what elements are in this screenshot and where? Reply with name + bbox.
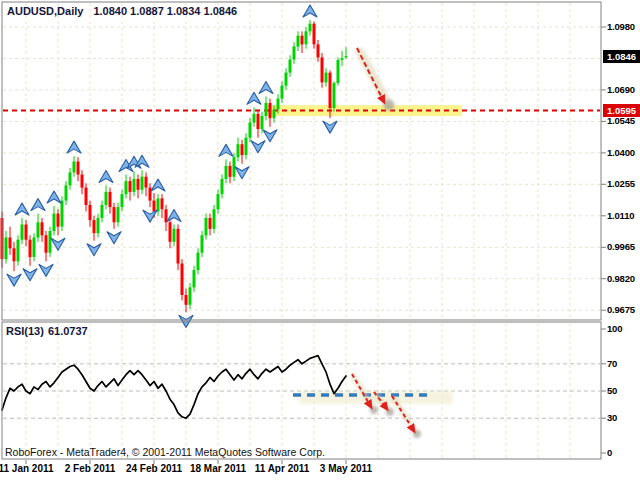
candle-body bbox=[149, 188, 152, 201]
fractal-up-icon bbox=[259, 81, 273, 93]
fractal-up-icon bbox=[247, 92, 261, 104]
candle-body bbox=[229, 166, 232, 177]
chart-canvas bbox=[0, 0, 640, 480]
fractal-down-icon bbox=[323, 121, 337, 133]
rsi-indicator-label: RSI(13)61.0737 bbox=[6, 325, 88, 337]
fractal-down-icon bbox=[39, 264, 53, 276]
candle-body bbox=[269, 103, 272, 118]
candle-body bbox=[37, 222, 40, 237]
candle-body bbox=[17, 240, 20, 262]
current-price-badge: 1.0846 bbox=[603, 50, 640, 63]
candle-body bbox=[157, 198, 160, 211]
candle-body bbox=[69, 172, 72, 185]
candle-body bbox=[265, 103, 268, 116]
fractal-down-icon bbox=[87, 244, 101, 256]
candle-body bbox=[193, 270, 196, 287]
rsi-arrow-shadow bbox=[386, 408, 394, 416]
candle-body bbox=[109, 192, 112, 207]
fractal-up-icon bbox=[303, 5, 317, 17]
price-axis-label: 0.9820 bbox=[607, 273, 635, 284]
date-axis-label: 11 Jan 2011 bbox=[0, 463, 61, 474]
candle-body bbox=[41, 222, 44, 235]
candle-body bbox=[113, 207, 116, 222]
candle-body bbox=[77, 162, 80, 175]
candle-body bbox=[185, 295, 188, 305]
candle-body bbox=[333, 83, 336, 108]
trend-arrow-glow bbox=[360, 52, 389, 106]
candle-body bbox=[249, 123, 252, 138]
candle-body bbox=[49, 231, 52, 253]
candle-body bbox=[297, 36, 300, 47]
candle-body bbox=[33, 238, 36, 258]
candle-body bbox=[5, 238, 8, 260]
symbol-period-label: AUDUSD,Daily bbox=[7, 5, 83, 17]
fractal-down-icon bbox=[235, 167, 249, 179]
candle-body bbox=[81, 175, 84, 188]
ohlc-values: 1.0840 1.0887 1.0834 1.0846 bbox=[93, 5, 237, 17]
candle-body bbox=[337, 60, 340, 83]
fractal-up-icon bbox=[219, 144, 233, 156]
rsi-axis-label: 70 bbox=[607, 358, 617, 369]
fractal-up-icon bbox=[67, 141, 81, 153]
rsi-value: 61.0737 bbox=[48, 325, 88, 337]
candle-body bbox=[13, 248, 16, 261]
fractal-up-icon bbox=[31, 199, 45, 211]
trend-arrow-shadow bbox=[384, 100, 395, 111]
candle-body bbox=[137, 179, 140, 190]
candle-body bbox=[161, 198, 164, 209]
copyright-text: RoboForex - MetaTrader4, © 2001-2011 Met… bbox=[5, 446, 325, 458]
date-axis-label: 24 Feb 2011 bbox=[119, 463, 189, 474]
candle-body bbox=[25, 225, 28, 240]
candle-body bbox=[201, 235, 204, 252]
candle-body bbox=[169, 222, 172, 242]
candle-body bbox=[277, 99, 280, 110]
candle-body bbox=[93, 220, 96, 233]
candle-body bbox=[329, 73, 332, 108]
candle-body bbox=[61, 201, 64, 227]
candle-body bbox=[313, 24, 316, 45]
candle-body bbox=[281, 86, 284, 99]
fractal-up-icon bbox=[99, 170, 113, 182]
candle-body bbox=[65, 185, 68, 200]
price-axis-label: 1.0690 bbox=[607, 84, 635, 95]
price-axis-label: 0.9675 bbox=[607, 304, 635, 315]
chart-title: AUDUSD,Daily1.0840 1.0887 1.0834 1.0846 bbox=[7, 5, 237, 17]
candle-body bbox=[225, 166, 228, 179]
candlestick-series bbox=[1, 20, 348, 312]
fractal-up-icon bbox=[47, 191, 61, 203]
candle-body bbox=[241, 144, 244, 155]
fractal-up-icon bbox=[15, 203, 29, 215]
candle-body bbox=[345, 56, 348, 57]
candle-body bbox=[85, 188, 88, 205]
date-axis-label: 18 Mar 2011 bbox=[183, 463, 253, 474]
mt4-chart-window: AUDUSD,Daily1.0840 1.0887 1.0834 1.0846 … bbox=[0, 0, 640, 480]
candle-body bbox=[153, 201, 156, 212]
candle-body bbox=[217, 194, 220, 209]
candle-body bbox=[205, 218, 208, 235]
candle-body bbox=[189, 287, 192, 304]
candle-body bbox=[89, 205, 92, 220]
rsi-axis-label: 0 bbox=[607, 447, 612, 458]
candle-body bbox=[273, 110, 276, 119]
date-axis-label: 3 May 2011 bbox=[311, 463, 381, 474]
candle-body bbox=[45, 235, 48, 252]
candle-body bbox=[133, 179, 136, 192]
candle-body bbox=[181, 264, 184, 296]
candle-body bbox=[317, 44, 320, 57]
candle-body bbox=[173, 229, 176, 242]
rsi-arrow-shadow bbox=[413, 430, 421, 438]
fractal-down-icon bbox=[7, 274, 21, 286]
candle-body bbox=[57, 214, 60, 227]
candle-body bbox=[253, 114, 256, 123]
candle-body bbox=[221, 179, 224, 194]
candle-body bbox=[245, 138, 248, 155]
candle-body bbox=[261, 116, 264, 129]
date-axis-label: 2 Feb 2011 bbox=[55, 463, 125, 474]
candle-body bbox=[301, 36, 304, 45]
fractal-down-icon bbox=[107, 232, 121, 244]
candle-body bbox=[293, 47, 296, 60]
candle-body bbox=[309, 24, 312, 32]
candle-body bbox=[289, 60, 292, 73]
candle-body bbox=[177, 229, 180, 264]
level-price-badge: 1.0595 bbox=[603, 104, 640, 117]
